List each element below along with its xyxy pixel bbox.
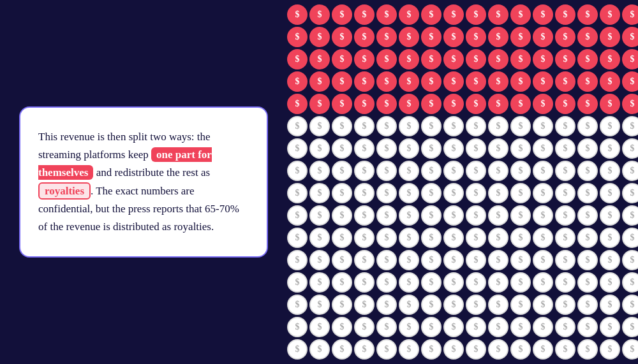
coin: $ — [533, 116, 553, 136]
coin: $ — [376, 183, 397, 203]
coin: $ — [600, 94, 620, 114]
coin: $ — [443, 228, 464, 248]
coin: $ — [488, 49, 508, 69]
coin: $ — [399, 27, 419, 47]
coin: $ — [354, 27, 375, 47]
coin: $ — [466, 71, 486, 92]
coin: $ — [488, 250, 508, 270]
coin: $ — [466, 272, 486, 293]
coin: $ — [287, 161, 308, 181]
coin: $ — [376, 228, 397, 248]
coin: $ — [533, 272, 553, 293]
coin: $ — [600, 49, 620, 69]
coin: $ — [555, 4, 575, 25]
coin: $ — [443, 183, 464, 203]
coin: $ — [354, 161, 375, 181]
coin: $ — [309, 116, 330, 136]
coin: $ — [354, 71, 375, 92]
coin: $ — [622, 71, 638, 92]
coin: $ — [354, 339, 375, 360]
coin: $ — [332, 27, 352, 47]
coin: $ — [488, 138, 508, 159]
coin: $ — [622, 339, 638, 360]
coin: $ — [466, 317, 486, 337]
coin: $ — [510, 4, 531, 25]
coin: $ — [354, 183, 375, 203]
coin: $ — [488, 116, 508, 136]
coin: $ — [309, 94, 330, 114]
coin: $ — [421, 272, 441, 293]
coin: $ — [332, 205, 352, 226]
coin: $ — [376, 205, 397, 226]
coin: $ — [399, 228, 419, 248]
coin: $ — [488, 228, 508, 248]
coin: $ — [421, 27, 441, 47]
coin: $ — [577, 49, 598, 69]
coin: $ — [510, 116, 531, 136]
coin: $ — [488, 4, 508, 25]
coin: $ — [510, 183, 531, 203]
coin: $ — [533, 317, 553, 337]
coin: $ — [510, 71, 531, 92]
coin: $ — [622, 49, 638, 69]
coin: $ — [443, 94, 464, 114]
coin: $ — [443, 339, 464, 360]
coin: $ — [287, 317, 308, 337]
coin: $ — [555, 183, 575, 203]
coin: $ — [600, 272, 620, 293]
coin: $ — [466, 4, 486, 25]
coin: $ — [555, 228, 575, 248]
coin: $ — [533, 161, 553, 181]
coins-visualization: $$$$$$$$$$$$$$$$$$$$$$$$$$$$$$$$$$$$$$$$… — [268, 4, 638, 360]
coin: $ — [399, 295, 419, 315]
coin: $ — [600, 71, 620, 92]
coin: $ — [332, 295, 352, 315]
coin: $ — [555, 71, 575, 92]
coin: $ — [332, 138, 352, 159]
coin: $ — [332, 94, 352, 114]
coin: $ — [533, 183, 553, 203]
coin: $ — [287, 205, 308, 226]
coin: $ — [332, 317, 352, 337]
coin: $ — [622, 250, 638, 270]
coin: $ — [287, 272, 308, 293]
coin: $ — [421, 317, 441, 337]
coin: $ — [622, 116, 638, 136]
coin: $ — [600, 183, 620, 203]
coin: $ — [443, 250, 464, 270]
coin: $ — [376, 272, 397, 293]
coin: $ — [376, 317, 397, 337]
coin: $ — [622, 272, 638, 293]
highlight-royalties: royalties — [38, 182, 91, 200]
coin: $ — [577, 116, 598, 136]
coin: $ — [376, 116, 397, 136]
coin: $ — [399, 205, 419, 226]
coin: $ — [421, 138, 441, 159]
coin: $ — [466, 49, 486, 69]
coin: $ — [443, 317, 464, 337]
coin: $ — [466, 250, 486, 270]
coin: $ — [622, 4, 638, 25]
coin: $ — [354, 272, 375, 293]
coin: $ — [421, 71, 441, 92]
coin: $ — [309, 71, 330, 92]
info-text: This revenue is then split two ways: the… — [38, 128, 249, 235]
coin: $ — [354, 295, 375, 315]
coin: $ — [488, 205, 508, 226]
coin: $ — [600, 27, 620, 47]
coin: $ — [421, 183, 441, 203]
coin: $ — [332, 116, 352, 136]
coin: $ — [332, 339, 352, 360]
coin: $ — [600, 228, 620, 248]
coin: $ — [287, 339, 308, 360]
coin: $ — [533, 4, 553, 25]
coin: $ — [354, 116, 375, 136]
coin: $ — [533, 49, 553, 69]
coin: $ — [510, 94, 531, 114]
coin: $ — [287, 295, 308, 315]
coin: $ — [555, 205, 575, 226]
coin: $ — [555, 116, 575, 136]
coin: $ — [287, 94, 308, 114]
coin: $ — [443, 71, 464, 92]
coin: $ — [443, 161, 464, 181]
